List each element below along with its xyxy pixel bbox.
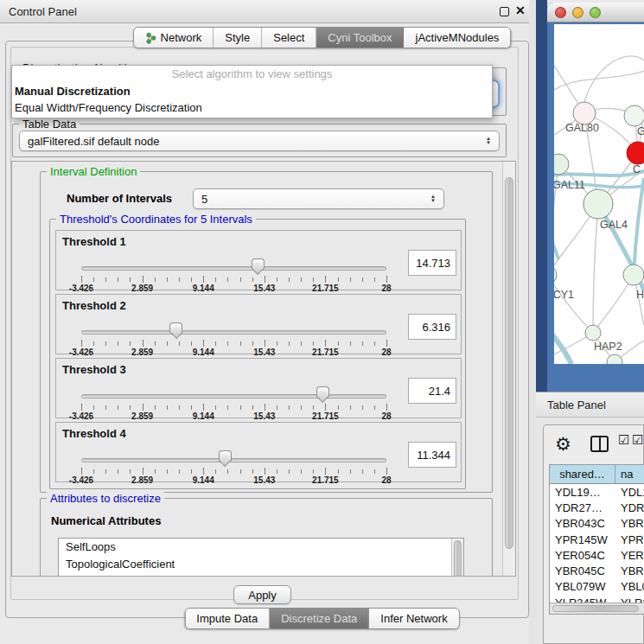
network-canvas[interactable]: GAL80GACGAL11GAL4GCY1HHAP2 bbox=[554, 24, 644, 364]
list-scrollbar[interactable] bbox=[451, 539, 463, 577]
gear-icon[interactable]: ⚙ bbox=[555, 428, 571, 461]
tick-label: 21.715 bbox=[312, 475, 339, 485]
table-row[interactable]: YBR043C YBR0 bbox=[550, 516, 644, 532]
threshold-label: Threshold 1 bbox=[62, 235, 126, 248]
slider-minor-ticks bbox=[81, 341, 387, 346]
threshold-4-panel: Threshold 4 -3.4262.8599.14415.4321.7152… bbox=[55, 422, 462, 482]
tick-labels: -3.4262.8599.14415.4321.71528 bbox=[81, 411, 386, 422]
network-node[interactable] bbox=[627, 142, 644, 164]
network-edge[interactable] bbox=[554, 171, 644, 176]
threshold-3-slider[interactable]: -3.4262.8599.14415.4321.71528 bbox=[81, 394, 386, 417]
tick-label: 15.43 bbox=[253, 411, 275, 421]
control-panel-titlebar: Control Panel bbox=[0, 0, 536, 23]
column-header-shared-name[interactable]: shared… bbox=[550, 465, 615, 483]
table-data-combobox[interactable]: galFiltered.sif default node ▲▼ bbox=[19, 131, 500, 151]
threshold-1-value-field[interactable]: 14.713 bbox=[408, 250, 456, 276]
slider-track[interactable] bbox=[81, 394, 386, 399]
tick-labels: -3.4262.8599.14415.4321.71528 bbox=[81, 348, 386, 358]
table-row[interactable]: YBL079W YBL0 bbox=[550, 579, 644, 595]
network-node-label: C bbox=[633, 163, 641, 175]
network-edge[interactable] bbox=[554, 275, 593, 333]
table-row[interactable]: YER054C YER0 bbox=[550, 547, 644, 563]
threshold-2-slider[interactable]: -3.4262.8599.14415.4321.71528 bbox=[81, 330, 386, 353]
network-edge[interactable] bbox=[554, 328, 571, 364]
slider-track[interactable] bbox=[81, 458, 386, 462]
network-node-label: GA bbox=[637, 125, 644, 137]
table-row[interactable]: YDL19… YDL1 bbox=[550, 484, 644, 500]
network-node[interactable] bbox=[624, 105, 644, 126]
numerical-attributes-list[interactable]: SelfLoops TopologicalCoefficient Between… bbox=[58, 538, 464, 577]
tick-label: 2.859 bbox=[131, 475, 153, 485]
network-node[interactable] bbox=[554, 265, 557, 284]
column-header-name[interactable]: na bbox=[615, 465, 644, 483]
tick-label: 28 bbox=[381, 411, 391, 421]
split-columns-icon[interactable] bbox=[590, 436, 609, 452]
list-scrollbar-thumb[interactable] bbox=[454, 540, 462, 577]
control-panel-tabs: Network Style Select Cyni Toolbox jActiv… bbox=[133, 27, 512, 48]
close-icon[interactable]: ✕ bbox=[515, 3, 526, 17]
dropdown-option-equal-width[interactable]: Equal Width/Frequency Discretization bbox=[12, 99, 492, 116]
threshold-4-slider[interactable]: -3.4262.8599.14415.4321.71528 bbox=[81, 458, 386, 481]
tab-cyni-toolbox[interactable]: Cyni Toolbox bbox=[316, 28, 404, 48]
tick-label: 28 bbox=[381, 284, 391, 293]
checkbox-icon[interactable]: ☑ bbox=[632, 432, 643, 448]
table-row[interactable]: YDR27… YDR2 bbox=[550, 500, 644, 515]
table-row[interactable]: YPR145W YPR1 bbox=[550, 532, 644, 547]
tick-label: 15.43 bbox=[253, 284, 275, 293]
table-toolbar: ⚙ ☑ ☑ bbox=[544, 425, 644, 463]
threshold-2-value-field[interactable]: 6.316 bbox=[408, 314, 456, 340]
settings-scrollbar-thumb[interactable] bbox=[505, 177, 513, 549]
tab-select[interactable]: Select bbox=[262, 28, 316, 48]
checkbox-icon[interactable]: ☑ bbox=[618, 432, 629, 448]
threshold-1-slider[interactable]: -3.4262.8599.14415.4321.71528 bbox=[81, 266, 386, 289]
desktop-background bbox=[536, 0, 547, 392]
number-of-intervals-combobox[interactable]: 5 ▲▼ bbox=[193, 188, 444, 209]
threshold-4-value-field[interactable]: 11.344 bbox=[408, 442, 456, 468]
table-hscrollbar-thumb[interactable] bbox=[552, 605, 639, 612]
network-node[interactable] bbox=[623, 265, 644, 285]
tab-style[interactable]: Style bbox=[214, 28, 262, 48]
slider-track[interactable] bbox=[81, 266, 386, 271]
network-window-titlebar[interactable] bbox=[547, 3, 644, 22]
table-panel-title: Table Panel bbox=[547, 399, 606, 411]
mac-close-light[interactable] bbox=[555, 7, 566, 18]
slider-thumb[interactable] bbox=[219, 450, 232, 468]
tab-network[interactable]: Network bbox=[134, 28, 214, 48]
tick-label: 2.859 bbox=[131, 284, 153, 293]
network-view-window: GAL80GACGAL11GAL4GCY1HHAP2 bbox=[547, 3, 644, 392]
dropdown-hint-item[interactable]: Select algorithm to view settings bbox=[12, 66, 492, 83]
settings-scrollbar[interactable] bbox=[502, 162, 515, 576]
apply-button[interactable]: Apply bbox=[233, 585, 291, 604]
tick-labels: -3.4262.8599.14415.4321.71528 bbox=[81, 284, 386, 294]
tab-impute-data[interactable]: Impute Data bbox=[185, 609, 270, 628]
tick-label: 28 bbox=[381, 475, 391, 485]
slider-track[interactable] bbox=[81, 330, 386, 335]
attribute-list-item[interactable]: BetweennessCentrality bbox=[59, 573, 463, 577]
attribute-list-item[interactable]: TopologicalCoefficient bbox=[59, 556, 463, 573]
settings-scroll-pane: Interval Definition Number of Intervals … bbox=[11, 161, 516, 577]
threshold-3-value-field[interactable]: 21.4 bbox=[408, 378, 456, 404]
network-edge[interactable] bbox=[554, 232, 558, 259]
attribute-list-item[interactable]: SelfLoops bbox=[59, 539, 463, 556]
network-edge[interactable] bbox=[634, 178, 644, 275]
mac-zoom-light[interactable] bbox=[590, 7, 601, 18]
tab-discretize-data[interactable]: Discretize Data bbox=[270, 609, 369, 628]
float-window-icon[interactable] bbox=[500, 7, 509, 16]
tick-labels: -3.4262.8599.14415.4321.71528 bbox=[81, 475, 386, 486]
tick-label: 15.43 bbox=[253, 475, 275, 485]
network-node[interactable] bbox=[583, 189, 613, 219]
tab-infer-network[interactable]: Infer Network bbox=[369, 609, 458, 628]
tab-jactivemnodules[interactable]: jActiveMNodules bbox=[405, 28, 511, 48]
network-node[interactable] bbox=[607, 354, 622, 364]
number-of-intervals-value: 5 bbox=[201, 193, 207, 206]
network-node[interactable] bbox=[585, 325, 601, 341]
slider-thumb[interactable] bbox=[316, 386, 329, 404]
slider-thumb[interactable] bbox=[169, 322, 182, 340]
table-row[interactable]: YBR045C YBR0 bbox=[550, 563, 644, 578]
slider-thumb[interactable] bbox=[252, 258, 265, 276]
network-edge[interactable] bbox=[593, 204, 598, 333]
tick-label: 21.715 bbox=[312, 348, 339, 357]
mac-minimize-light[interactable] bbox=[572, 7, 583, 18]
table-horizontal-scrollbar[interactable] bbox=[550, 603, 644, 614]
dropdown-option-manual[interactable]: Manual Discretization bbox=[12, 83, 492, 99]
